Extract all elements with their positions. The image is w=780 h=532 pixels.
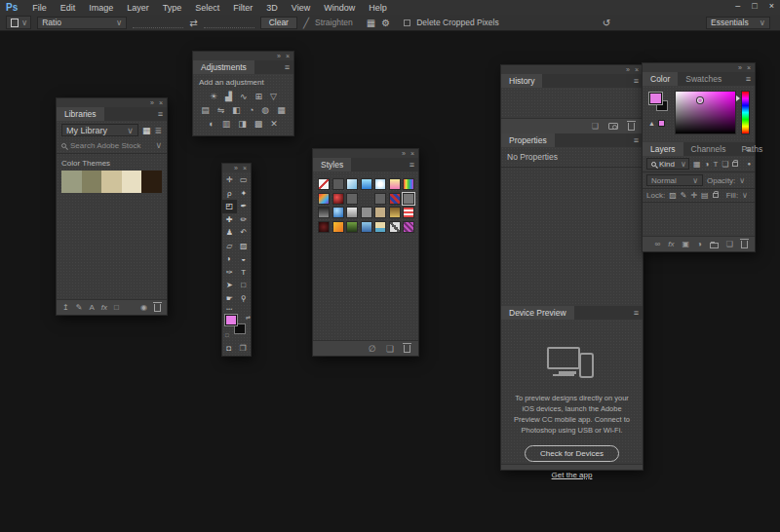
- new-layer-icon[interactable]: ❏: [726, 240, 733, 248]
- levels-icon[interactable]: ▟: [225, 92, 232, 101]
- shape-tool[interactable]: □: [237, 279, 252, 292]
- lock-all-icon[interactable]: [713, 193, 719, 198]
- collapse-icon[interactable]: »: [738, 64, 742, 71]
- filter-toggle-icon[interactable]: ●: [747, 161, 751, 167]
- hue-slider[interactable]: [741, 91, 750, 134]
- photo-filter-icon[interactable]: ◔: [249, 105, 254, 115]
- share-library-icon[interactable]: ↥: [62, 303, 69, 312]
- eraser-tool[interactable]: ▱: [222, 240, 237, 253]
- color-theme-swatches[interactable]: [57, 171, 167, 193]
- brush-tool[interactable]: ✏: [237, 213, 252, 227]
- list-view-icon[interactable]: ≣: [154, 126, 162, 135]
- style-swatch-6[interactable]: [389, 178, 401, 190]
- close-icon[interactable]: ×: [410, 150, 414, 157]
- maximize-button[interactable]: □: [752, 1, 757, 11]
- lock-transparency-icon[interactable]: ▨: [669, 191, 677, 200]
- new-adjustment-layer-icon[interactable]: ◑: [697, 240, 702, 248]
- delete-library-item-icon[interactable]: [154, 304, 161, 312]
- selective-color-icon[interactable]: ✕: [270, 119, 278, 129]
- filter-smart-objects-icon[interactable]: [732, 162, 738, 167]
- collapse-icon[interactable]: »: [234, 165, 238, 171]
- blur-tool[interactable]: ◗: [222, 252, 237, 266]
- crop-height-input[interactable]: [204, 18, 254, 28]
- delete-state-icon[interactable]: [628, 123, 635, 131]
- black-white-icon[interactable]: ◧: [232, 105, 241, 115]
- style-swatch-15[interactable]: [318, 207, 330, 218]
- chevron-down-icon[interactable]: ∨: [739, 176, 745, 185]
- add-color-icon[interactable]: □: [114, 303, 119, 312]
- menu-item-type[interactable]: Type: [156, 3, 189, 13]
- style-swatch-5[interactable]: [374, 178, 386, 190]
- clear-button[interactable]: Clear: [260, 17, 297, 29]
- color-picker-ring[interactable]: [697, 97, 703, 103]
- style-swatch-3[interactable]: [346, 178, 358, 190]
- chevron-down-icon[interactable]: ∨: [742, 191, 748, 200]
- ratio-select[interactable]: Ratio ∨: [37, 17, 127, 29]
- style-swatch-26[interactable]: [374, 221, 386, 233]
- style-swatch-9[interactable]: [332, 193, 344, 205]
- swap-colors-icon[interactable]: ⇄: [246, 315, 251, 321]
- close-icon[interactable]: ×: [635, 66, 639, 73]
- crop-settings-gear-icon[interactable]: ⚙: [381, 18, 390, 28]
- clear-style-icon[interactable]: ∅: [369, 344, 376, 354]
- tab-channels[interactable]: Channels: [683, 142, 734, 156]
- history-brush-tool[interactable]: ↶: [237, 226, 252, 240]
- theme-color-swatch-4[interactable]: [122, 171, 142, 193]
- workspace-select[interactable]: Essentials ∨: [706, 17, 770, 29]
- close-icon[interactable]: ×: [747, 64, 751, 71]
- style-swatch-24[interactable]: [346, 221, 358, 233]
- new-snapshot-icon[interactable]: [608, 123, 618, 130]
- color-lookup-icon[interactable]: ▦: [277, 105, 286, 115]
- quick-mask-icon[interactable]: ◘: [226, 344, 231, 353]
- lock-artboard-icon[interactable]: ▤: [701, 191, 709, 200]
- add-layer-mask-icon[interactable]: ▣: [682, 240, 689, 248]
- panel-menu-icon[interactable]: ≡: [634, 306, 639, 320]
- menu-item-window[interactable]: Window: [317, 3, 362, 13]
- screen-mode-icon[interactable]: ❐: [240, 344, 247, 353]
- healing-brush-tool[interactable]: ✚: [222, 213, 237, 227]
- invert-icon[interactable]: ◐: [209, 119, 214, 129]
- style-swatch-4[interactable]: [361, 178, 372, 190]
- style-swatch-20[interactable]: [389, 207, 401, 218]
- foreground-color-swatch[interactable]: [225, 315, 237, 325]
- theme-color-swatch-5[interactable]: [141, 171, 162, 193]
- menu-item-help[interactable]: Help: [362, 3, 394, 13]
- grid-view-icon[interactable]: ▦: [142, 126, 151, 135]
- tab-device-preview[interactable]: Device Preview: [501, 306, 574, 320]
- theme-color-swatch-1[interactable]: [61, 171, 82, 193]
- path-selection-tool[interactable]: ➤: [222, 279, 237, 292]
- tab-swatches[interactable]: Swatches: [678, 72, 729, 86]
- straighten-icon[interactable]: ╱: [303, 18, 309, 28]
- layer-filter-kind-select[interactable]: Kind ∨: [646, 158, 689, 170]
- filter-adjustment-layers-icon[interactable]: ◑: [705, 160, 710, 169]
- panel-menu-icon[interactable]: ≡: [285, 60, 290, 74]
- channel-mixer-icon[interactable]: ◍: [261, 105, 269, 115]
- close-icon[interactable]: ×: [286, 53, 290, 59]
- close-button[interactable]: ×: [769, 1, 774, 11]
- foreground-color-swatch[interactable]: [649, 93, 662, 104]
- panel-menu-icon[interactable]: ≡: [634, 74, 639, 88]
- hue-saturation-icon[interactable]: ▤: [201, 105, 210, 115]
- type-tool[interactable]: T: [237, 266, 252, 280]
- exposure-icon[interactable]: ⊞: [255, 92, 263, 101]
- new-style-icon[interactable]: ❏: [386, 344, 394, 354]
- collapse-icon[interactable]: »: [277, 53, 281, 59]
- hue-slider-arrow[interactable]: [736, 95, 740, 101]
- menu-item-select[interactable]: Select: [188, 3, 226, 13]
- clone-stamp-tool[interactable]: ♟: [222, 226, 237, 240]
- style-swatch-16[interactable]: [332, 207, 344, 218]
- crop-tool[interactable]: ◰: [222, 200, 237, 213]
- pen-tool[interactable]: ✑: [222, 266, 237, 280]
- style-swatch-14[interactable]: [403, 193, 414, 205]
- eyedropper-tool[interactable]: ✒: [237, 200, 252, 213]
- get-the-app-link[interactable]: Get the app: [511, 471, 633, 479]
- style-swatch-10[interactable]: [346, 193, 358, 205]
- panel-menu-icon[interactable]: ≡: [410, 158, 414, 171]
- zoom-tool[interactable]: ⚲: [237, 292, 252, 306]
- style-swatch-8[interactable]: [318, 193, 330, 205]
- blend-mode-select[interactable]: Normal ∨: [646, 174, 703, 186]
- edit-toolbar-icon[interactable]: •••: [222, 305, 251, 313]
- library-search-field[interactable]: Search Adobe Stock ∨: [57, 137, 167, 154]
- brightness-contrast-icon[interactable]: ☀: [210, 92, 217, 101]
- style-swatch-17[interactable]: [346, 207, 358, 218]
